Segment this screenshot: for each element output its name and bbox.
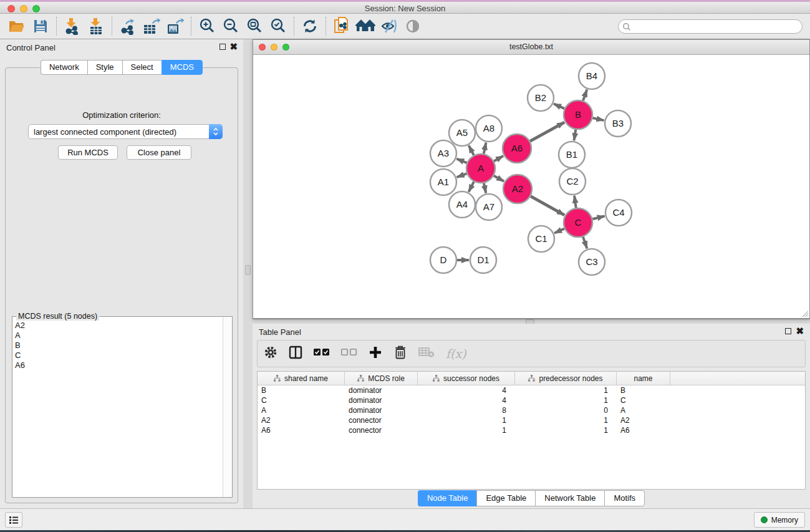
cell-name[interactable]: B bbox=[617, 385, 670, 395]
cell-successor[interactable]: 4 bbox=[418, 385, 515, 395]
export-network-icon[interactable] bbox=[116, 16, 140, 36]
export-image-icon[interactable] bbox=[163, 16, 187, 36]
cell-shared-name[interactable]: B bbox=[258, 385, 345, 395]
home-icon[interactable] bbox=[354, 16, 377, 36]
column-header[interactable]: successor nodes bbox=[418, 372, 515, 385]
float-panel-icon[interactable] bbox=[785, 328, 791, 334]
save-session-icon[interactable] bbox=[29, 16, 52, 36]
export-table-icon[interactable] bbox=[140, 16, 163, 36]
delete-column-icon[interactable] bbox=[393, 345, 407, 362]
tab-edge-table[interactable]: Edge Table bbox=[476, 490, 535, 506]
node-A6[interactable]: A6 bbox=[503, 134, 531, 163]
node-A3[interactable]: A3 bbox=[430, 140, 456, 167]
add-column-icon[interactable] bbox=[369, 346, 382, 362]
column-options-icon[interactable] bbox=[289, 346, 302, 362]
edge-A-A1[interactable] bbox=[457, 173, 467, 177]
cell-predecessor[interactable]: 0 bbox=[515, 405, 617, 415]
cell-name[interactable]: A2 bbox=[617, 415, 670, 425]
open-session-icon[interactable] bbox=[5, 16, 29, 36]
tab-select[interactable]: Select bbox=[122, 60, 162, 75]
node-C3[interactable]: C3 bbox=[579, 249, 605, 275]
node-D1[interactable]: D1 bbox=[470, 247, 496, 273]
edge-C-C2[interactable] bbox=[574, 196, 576, 208]
tab-network-table[interactable]: Network Table bbox=[535, 490, 604, 506]
edge-A2-C[interactable] bbox=[531, 196, 564, 215]
edge-A-A4[interactable] bbox=[469, 181, 474, 191]
cell-mcds-role[interactable]: dominator bbox=[345, 405, 418, 415]
mcds-result-list[interactable]: A2 A B C A6 bbox=[13, 321, 223, 496]
table-row[interactable]: C dominator 4 1 C bbox=[258, 395, 805, 405]
node-B2[interactable]: B2 bbox=[528, 85, 554, 111]
node-C4[interactable]: C4 bbox=[605, 200, 632, 226]
edge-A-A2[interactable] bbox=[494, 176, 504, 181]
edge-B-B4[interactable] bbox=[583, 90, 587, 101]
node-A1[interactable]: A1 bbox=[430, 169, 456, 195]
tab-style[interactable]: Style bbox=[87, 60, 122, 75]
list-item[interactable]: A bbox=[15, 331, 223, 341]
table-row[interactable]: A2 connector 1 1 A2 bbox=[258, 415, 805, 425]
run-mcds-button[interactable]: Run MCDS bbox=[58, 145, 118, 160]
node-B[interactable]: B bbox=[564, 100, 592, 129]
function-builder-icon[interactable]: f(x) bbox=[446, 347, 466, 360]
tab-node-table[interactable]: Node Table bbox=[418, 490, 477, 506]
edge-A-A7[interactable] bbox=[484, 183, 486, 193]
task-history-button[interactable] bbox=[5, 512, 22, 528]
close-panel-icon[interactable]: ✖ bbox=[796, 328, 804, 334]
edge-A-A5[interactable] bbox=[469, 145, 474, 155]
edge-A-A8[interactable] bbox=[484, 143, 486, 154]
edge-A-A6[interactable] bbox=[494, 156, 503, 161]
column-header[interactable]: name bbox=[617, 372, 670, 385]
list-item[interactable]: A6 bbox=[15, 360, 223, 370]
tab-mcds[interactable]: MCDS bbox=[162, 60, 203, 75]
edge-A-A3[interactable] bbox=[456, 159, 466, 163]
node-B4[interactable]: B4 bbox=[579, 63, 605, 89]
splitter-handle[interactable] bbox=[245, 265, 251, 275]
birdseye-icon[interactable] bbox=[401, 16, 425, 36]
cell-mcds-role[interactable]: connector bbox=[345, 415, 418, 425]
network-graph[interactable]: AA1A2A3A4A5A6A7A8BB1B2B3B4CC1C2C3C4DD1 bbox=[253, 55, 809, 318]
edge-C-C3[interactable] bbox=[583, 237, 587, 249]
cell-predecessor[interactable]: 1 bbox=[515, 415, 617, 425]
cell-name[interactable]: A6 bbox=[617, 425, 670, 435]
list-item[interactable]: A2 bbox=[15, 321, 223, 331]
cell-predecessor[interactable]: 1 bbox=[515, 425, 617, 435]
float-panel-icon[interactable] bbox=[219, 44, 226, 50]
zoom-out-icon[interactable] bbox=[219, 16, 243, 36]
close-panel-button[interactable]: Close panel bbox=[127, 145, 191, 160]
table-row[interactable]: A6 connector 1 1 A6 bbox=[258, 425, 805, 435]
cell-successor[interactable]: 1 bbox=[418, 415, 515, 425]
criterion-dropdown[interactable]: largest connected component (directed) bbox=[28, 124, 223, 139]
edge-C-C4[interactable] bbox=[592, 216, 604, 219]
edge-B-B1[interactable] bbox=[574, 130, 576, 141]
cell-successor[interactable]: 1 bbox=[418, 425, 515, 435]
zoom-selected-icon[interactable] bbox=[266, 16, 290, 36]
node-B1[interactable]: B1 bbox=[559, 142, 585, 168]
resize-grip-icon[interactable] bbox=[801, 310, 809, 317]
node-A4[interactable]: A4 bbox=[449, 191, 475, 218]
scrollbar[interactable] bbox=[223, 317, 232, 497]
cell-shared-name[interactable]: A2 bbox=[258, 415, 345, 425]
cell-shared-name[interactable]: A6 bbox=[258, 425, 345, 435]
table-row[interactable]: B dominator 4 1 B bbox=[258, 385, 805, 395]
table-row[interactable]: A dominator 8 0 A bbox=[258, 405, 805, 415]
cell-name[interactable]: C bbox=[617, 395, 670, 405]
list-item[interactable]: C bbox=[15, 351, 223, 360]
memory-button[interactable]: Memory bbox=[754, 512, 805, 528]
refresh-layout-icon[interactable] bbox=[298, 16, 322, 36]
cell-mcds-role[interactable]: connector bbox=[345, 425, 418, 435]
column-header[interactable]: MCDS role bbox=[345, 372, 418, 385]
cell-predecessor[interactable]: 1 bbox=[515, 385, 617, 395]
node-A[interactable]: A bbox=[466, 154, 495, 183]
edge-B-B2[interactable] bbox=[554, 104, 564, 109]
cell-shared-name[interactable]: A bbox=[258, 405, 345, 415]
node-table[interactable]: shared name MCDS role successor nodes pr… bbox=[257, 371, 806, 490]
list-item[interactable]: B bbox=[15, 341, 223, 351]
hide-details-icon[interactable] bbox=[377, 16, 401, 36]
zoom-fit-icon[interactable] bbox=[243, 16, 266, 36]
clone-network-icon[interactable] bbox=[330, 16, 354, 36]
import-table-icon[interactable] bbox=[84, 16, 108, 36]
cell-predecessor[interactable]: 1 bbox=[515, 395, 617, 405]
import-network-icon[interactable] bbox=[60, 16, 84, 36]
cell-shared-name[interactable]: C bbox=[258, 395, 345, 405]
settings-gear-icon[interactable] bbox=[264, 346, 277, 362]
